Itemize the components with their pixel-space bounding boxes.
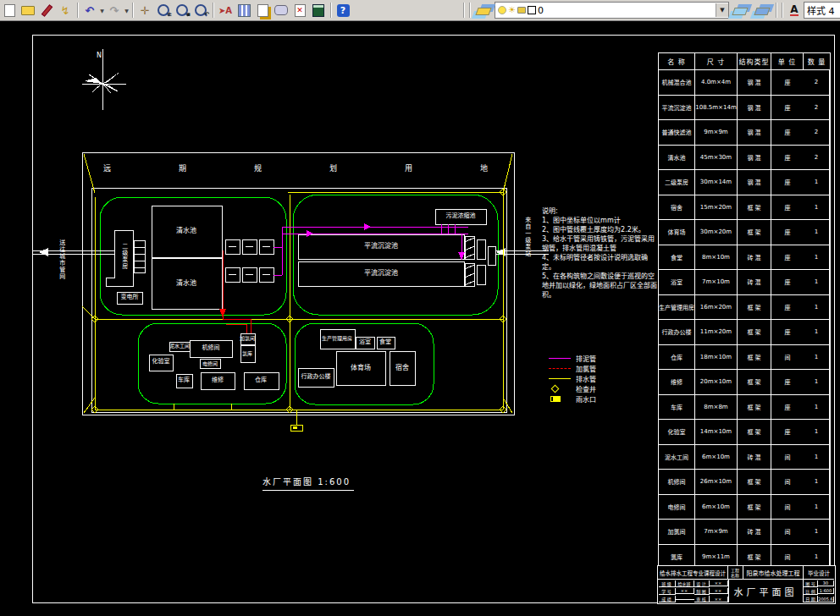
equipment-table: 名 称 尺 寸 结构类型 单 位 数 量 机械混合池 4.0m×4m 钢 混 座… <box>658 52 831 570</box>
table-cell-name: 宿舍 <box>659 195 695 221</box>
table-cell-size: 26m×10m <box>695 470 738 495</box>
layer-on-bulb-icon[interactable] <box>498 6 506 14</box>
table-cell-structure: 钢 混 <box>738 70 771 96</box>
course-title: 给水排水工程专业课程设计 <box>658 566 728 580</box>
table-cell-name: 机修间 <box>659 470 695 495</box>
drain-pipe-swatch <box>549 378 571 379</box>
sig-cell: 审 核 <box>694 596 710 602</box>
toolbar-separator <box>776 3 776 18</box>
layers-stack-icon <box>475 8 491 15</box>
redo-button[interactable]: ↷ <box>106 2 123 19</box>
garage-label: 车库 <box>178 377 190 384</box>
text-style-button[interactable]: A <box>786 2 803 19</box>
table-cell-unit: 间 <box>771 470 804 495</box>
table-header: 数 量 <box>804 53 830 70</box>
redo-dropdown[interactable]: ▼ <box>124 8 130 14</box>
table-cell-structure: 钢 混 <box>738 146 771 171</box>
layer-freeze-sun-icon[interactable]: ☀ <box>508 6 516 14</box>
machine-repair-label: 机修间 <box>202 345 220 352</box>
quick-select-button[interactable]: ➤A <box>217 2 234 19</box>
help-button[interactable]: ? <box>334 2 351 19</box>
table-cell-size: 20m×10m <box>695 370 738 395</box>
notes-block: 说明: 1、图中坐标单位以mm计 2、图中管线覆土厚度均为2.2米。 3、给水干… <box>542 206 659 300</box>
sig-cell: ×× <box>710 588 728 594</box>
calculator-icon <box>312 4 324 17</box>
sludge-pipe-swatch <box>549 358 571 359</box>
legend-label: 雨水口 <box>576 394 596 404</box>
legend-item: 排水管 <box>549 373 596 383</box>
note-item: 5、在各构筑物之间敷设便于巡视的空地并加以绿化，绿地面积占厂区全部面积。 <box>542 272 659 300</box>
sig-cell <box>676 599 694 600</box>
table-cell-name: 食堂 <box>659 245 695 271</box>
sig-cell: ×× <box>710 580 728 586</box>
table-cell-name: 普通快滤池 <box>659 120 695 146</box>
table-cell-qty: 1 <box>804 420 830 445</box>
app-window: ↯ ↶ ▼ ↷ ▼ ✛ ± ▪ ↶ ➤A ✕ ? ☀ 0 ▼ <box>0 0 840 616</box>
pan-button[interactable]: ✛ <box>136 2 153 19</box>
layer-combo[interactable]: ☀ 0 ▼ <box>495 2 729 19</box>
legend-label: 排水管 <box>576 374 596 383</box>
undo-button[interactable]: ↶ <box>81 2 98 19</box>
calculator-button[interactable] <box>310 2 327 19</box>
table-cell-size: 7m×10m <box>695 270 738 295</box>
zoom-window-button[interactable]: ▪ <box>174 2 191 19</box>
right-zone-structures <box>298 209 549 286</box>
info-value: 1:600 <box>818 588 834 594</box>
table-cell-qty: 1 <box>804 495 830 520</box>
table-cell-structure: 砖 混 <box>738 245 771 271</box>
planning-band-label: 远期规划用地 <box>103 162 555 173</box>
chlorine-pipes <box>219 250 251 333</box>
note-item: 2、图中管线覆土厚度均为2.2米。 <box>542 225 659 234</box>
layer-color-chip <box>528 6 536 14</box>
layer-lock-icon[interactable] <box>517 7 526 14</box>
open-button[interactable] <box>19 2 36 19</box>
table-cell-size: 16m×20m <box>695 295 738 321</box>
inspection-well-swatch <box>549 386 571 392</box>
table-cell-unit: 座 <box>771 295 804 321</box>
red-x-sheet-icon: ✕ <box>295 4 306 17</box>
sheet-title: 水厂平面图 <box>728 580 804 602</box>
substation-label: 变电所 <box>121 294 139 301</box>
sheet-arrow-icon <box>257 4 268 17</box>
match-properties-button[interactable]: ↯ <box>57 2 74 19</box>
layer-combo-arrow[interactable]: ▼ <box>716 3 728 17</box>
table-cell-structure: 框 架 <box>738 295 771 321</box>
undo-dropdown[interactable]: ▼ <box>99 8 105 14</box>
table-cell-qty: 1 <box>804 170 830 195</box>
table-cell-structure: 砖 混 <box>738 445 771 470</box>
toolbar-separator <box>469 3 470 18</box>
style-combo-value: 样式 4 <box>807 3 835 17</box>
style-combo[interactable]: 样式 4 ▼ <box>804 2 840 19</box>
table-cell-qty: 1 <box>804 445 830 470</box>
render-button[interactable] <box>273 2 290 19</box>
table-cell-size: 4.0m×4m <box>695 70 738 96</box>
brush-button[interactable] <box>38 2 55 19</box>
table-cell-name: 维修 <box>659 370 695 395</box>
table-cell-size: 45m×30m <box>695 146 738 171</box>
make-layer-current-button[interactable] <box>730 2 750 19</box>
table-cell-size: 8m×8m <box>695 395 738 421</box>
toolbar-separator <box>213 3 213 18</box>
electrical-repair-label: 电修间 <box>202 361 218 367</box>
sludge-thickener-label: 污泥浓缩池 <box>446 213 476 220</box>
table-cell-name: 电修间 <box>659 495 695 520</box>
layer-previous-button[interactable] <box>752 2 772 19</box>
new-file-button[interactable] <box>1 2 18 19</box>
mud-workroom-label: 泥水工间 <box>169 344 190 349</box>
markup-button[interactable]: ✕ <box>291 2 308 19</box>
dormitory-label: 宿舍 <box>395 365 409 372</box>
help-icon: ? <box>337 4 350 17</box>
zoom-previous-button[interactable]: ↶ <box>192 2 209 19</box>
sig-cell: 班 级 <box>659 580 676 587</box>
undo-icon: ↶ <box>86 4 95 17</box>
table-cell-structure: 钢 混 <box>738 96 771 121</box>
table-cell-unit: 座 <box>771 320 804 345</box>
info-label: 图 号 <box>804 580 818 587</box>
table-cell-unit: 座 <box>771 245 804 271</box>
layer-properties-button[interactable] <box>473 2 494 19</box>
zoom-realtime-button[interactable]: ± <box>155 2 172 19</box>
sig-cell: 给水班 <box>676 580 694 587</box>
table-cell-unit: 座 <box>771 146 804 171</box>
sheet-set-button[interactable] <box>254 2 271 19</box>
layer-palette-button[interactable] <box>235 2 252 19</box>
